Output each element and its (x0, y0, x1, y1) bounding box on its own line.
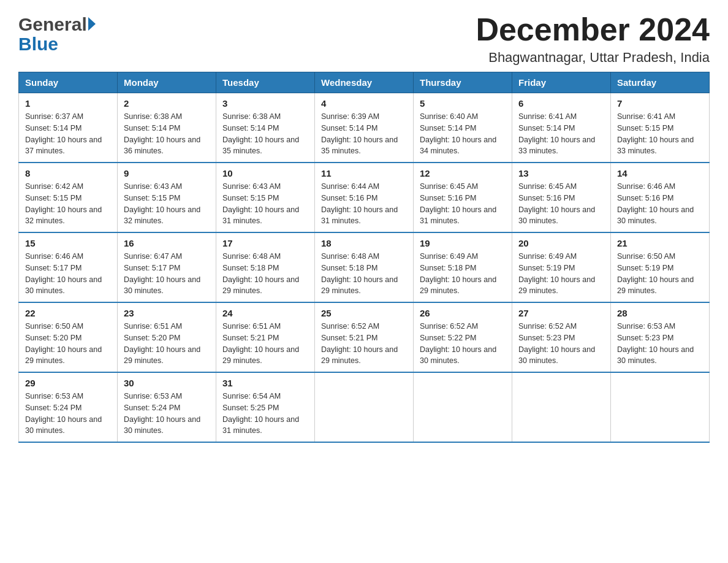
calendar-cell: 30 Sunrise: 6:53 AMSunset: 5:24 PMDaylig… (118, 372, 216, 442)
day-number: 4 (321, 98, 407, 109)
calendar-cell: 12 Sunrise: 6:45 AMSunset: 5:16 PMDaylig… (414, 163, 512, 232)
day-number: 22 (25, 308, 111, 318)
day-detail: Sunrise: 6:52 AMSunset: 5:21 PMDaylight:… (321, 322, 398, 365)
day-detail: Sunrise: 6:48 AMSunset: 5:18 PMDaylight:… (321, 252, 398, 295)
day-detail: Sunrise: 6:43 AMSunset: 5:15 PMDaylight:… (222, 182, 299, 225)
day-detail: Sunrise: 6:51 AMSunset: 5:21 PMDaylight:… (222, 322, 299, 365)
calendar-week-row: 1 Sunrise: 6:37 AMSunset: 5:14 PMDayligh… (19, 93, 710, 163)
title-section: December 2024 Bhagwantnagar, Uttar Prade… (476, 12, 710, 66)
calendar-cell: 5 Sunrise: 6:40 AMSunset: 5:14 PMDayligh… (414, 93, 512, 163)
day-header-tuesday: Tuesday (216, 72, 315, 93)
day-detail: Sunrise: 6:49 AMSunset: 5:18 PMDaylight:… (420, 252, 496, 295)
day-detail: Sunrise: 6:41 AMSunset: 5:15 PMDaylight:… (617, 112, 694, 155)
day-detail: Sunrise: 6:49 AMSunset: 5:19 PMDaylight:… (518, 252, 595, 295)
day-number: 30 (124, 378, 210, 388)
day-number: 15 (25, 238, 111, 248)
calendar-week-row: 8 Sunrise: 6:42 AMSunset: 5:15 PMDayligh… (19, 163, 710, 232)
day-detail: Sunrise: 6:45 AMSunset: 5:16 PMDaylight:… (420, 182, 496, 225)
calendar-cell (611, 372, 710, 442)
day-detail: Sunrise: 6:39 AMSunset: 5:14 PMDaylight:… (321, 112, 398, 155)
calendar-cell: 25 Sunrise: 6:52 AMSunset: 5:21 PMDaylig… (315, 302, 414, 372)
day-header-friday: Friday (512, 72, 611, 93)
calendar-cell: 3 Sunrise: 6:38 AMSunset: 5:14 PMDayligh… (216, 93, 315, 163)
day-header-thursday: Thursday (414, 72, 512, 93)
day-header-monday: Monday (118, 72, 216, 93)
day-detail: Sunrise: 6:53 AMSunset: 5:23 PMDaylight:… (617, 322, 694, 365)
calendar-cell: 27 Sunrise: 6:52 AMSunset: 5:23 PMDaylig… (512, 302, 611, 372)
calendar-cell: 6 Sunrise: 6:41 AMSunset: 5:14 PMDayligh… (512, 93, 611, 163)
day-detail: Sunrise: 6:50 AMSunset: 5:20 PMDaylight:… (25, 322, 102, 365)
calendar-table: SundayMondayTuesdayWednesdayThursdayFrid… (18, 72, 710, 443)
day-number: 29 (25, 378, 111, 388)
calendar-cell: 15 Sunrise: 6:46 AMSunset: 5:17 PMDaylig… (19, 232, 118, 302)
calendar-cell: 20 Sunrise: 6:49 AMSunset: 5:19 PMDaylig… (512, 232, 611, 302)
day-number: 18 (321, 238, 407, 248)
logo-general-text: General (18, 15, 87, 34)
day-number: 3 (222, 98, 308, 109)
calendar-cell: 23 Sunrise: 6:51 AMSunset: 5:20 PMDaylig… (118, 302, 216, 372)
calendar-cell (315, 372, 414, 442)
day-number: 6 (518, 98, 604, 109)
month-title: December 2024 (476, 12, 710, 47)
calendar-cell: 29 Sunrise: 6:53 AMSunset: 5:24 PMDaylig… (19, 372, 118, 442)
day-number: 1 (25, 98, 111, 109)
calendar-cell: 4 Sunrise: 6:39 AMSunset: 5:14 PMDayligh… (315, 93, 414, 163)
day-number: 8 (25, 168, 111, 178)
day-detail: Sunrise: 6:41 AMSunset: 5:14 PMDaylight:… (518, 112, 595, 155)
day-number: 26 (420, 308, 506, 318)
day-detail: Sunrise: 6:50 AMSunset: 5:19 PMDaylight:… (617, 252, 694, 295)
day-number: 14 (617, 168, 703, 178)
calendar-cell: 18 Sunrise: 6:48 AMSunset: 5:18 PMDaylig… (315, 232, 414, 302)
day-number: 2 (124, 98, 210, 109)
day-detail: Sunrise: 6:38 AMSunset: 5:14 PMDaylight:… (222, 112, 299, 155)
calendar-cell: 7 Sunrise: 6:41 AMSunset: 5:15 PMDayligh… (611, 93, 710, 163)
calendar-cell: 2 Sunrise: 6:38 AMSunset: 5:14 PMDayligh… (118, 93, 216, 163)
day-detail: Sunrise: 6:42 AMSunset: 5:15 PMDaylight:… (25, 182, 102, 225)
day-detail: Sunrise: 6:43 AMSunset: 5:15 PMDaylight:… (124, 182, 200, 225)
day-detail: Sunrise: 6:53 AMSunset: 5:24 PMDaylight:… (124, 392, 200, 435)
day-detail: Sunrise: 6:46 AMSunset: 5:17 PMDaylight:… (25, 252, 102, 295)
day-header-saturday: Saturday (611, 72, 710, 93)
day-number: 24 (222, 308, 308, 318)
day-detail: Sunrise: 6:51 AMSunset: 5:20 PMDaylight:… (124, 322, 200, 365)
calendar-cell (414, 372, 512, 442)
calendar-cell: 1 Sunrise: 6:37 AMSunset: 5:14 PMDayligh… (19, 93, 118, 163)
calendar-cell: 26 Sunrise: 6:52 AMSunset: 5:22 PMDaylig… (414, 302, 512, 372)
day-detail: Sunrise: 6:52 AMSunset: 5:23 PMDaylight:… (518, 322, 595, 365)
logo: General Blue (18, 12, 96, 55)
day-number: 7 (617, 98, 703, 109)
day-number: 20 (518, 238, 604, 248)
day-number: 13 (518, 168, 604, 178)
page-header: General Blue December 2024 Bhagwantnagar… (18, 12, 710, 66)
day-number: 9 (124, 168, 210, 178)
calendar-cell: 22 Sunrise: 6:50 AMSunset: 5:20 PMDaylig… (19, 302, 118, 372)
calendar-cell: 10 Sunrise: 6:43 AMSunset: 5:15 PMDaylig… (216, 163, 315, 232)
day-detail: Sunrise: 6:38 AMSunset: 5:14 PMDaylight:… (124, 112, 200, 155)
day-number: 31 (222, 378, 308, 388)
day-number: 10 (222, 168, 308, 178)
day-number: 5 (420, 98, 506, 109)
day-number: 28 (617, 308, 703, 318)
calendar-cell: 9 Sunrise: 6:43 AMSunset: 5:15 PMDayligh… (118, 163, 216, 232)
calendar-week-row: 22 Sunrise: 6:50 AMSunset: 5:20 PMDaylig… (19, 302, 710, 372)
day-header-sunday: Sunday (19, 72, 118, 93)
day-detail: Sunrise: 6:54 AMSunset: 5:25 PMDaylight:… (222, 392, 299, 435)
day-number: 19 (420, 238, 506, 248)
calendar-week-row: 15 Sunrise: 6:46 AMSunset: 5:17 PMDaylig… (19, 232, 710, 302)
calendar-cell: 14 Sunrise: 6:46 AMSunset: 5:16 PMDaylig… (611, 163, 710, 232)
calendar-cell: 31 Sunrise: 6:54 AMSunset: 5:25 PMDaylig… (216, 372, 315, 442)
day-number: 12 (420, 168, 506, 178)
logo-blue-text: Blue (18, 34, 58, 54)
day-detail: Sunrise: 6:45 AMSunset: 5:16 PMDaylight:… (518, 182, 595, 225)
day-detail: Sunrise: 6:53 AMSunset: 5:24 PMDaylight:… (25, 392, 102, 435)
calendar-cell: 19 Sunrise: 6:49 AMSunset: 5:18 PMDaylig… (414, 232, 512, 302)
day-number: 27 (518, 308, 604, 318)
calendar-cell: 24 Sunrise: 6:51 AMSunset: 5:21 PMDaylig… (216, 302, 315, 372)
calendar-cell: 16 Sunrise: 6:47 AMSunset: 5:17 PMDaylig… (118, 232, 216, 302)
day-number: 23 (124, 308, 210, 318)
calendar-cell: 8 Sunrise: 6:42 AMSunset: 5:15 PMDayligh… (19, 163, 118, 232)
day-detail: Sunrise: 6:37 AMSunset: 5:14 PMDaylight:… (25, 112, 102, 155)
calendar-cell: 11 Sunrise: 6:44 AMSunset: 5:16 PMDaylig… (315, 163, 414, 232)
day-detail: Sunrise: 6:52 AMSunset: 5:22 PMDaylight:… (420, 322, 496, 365)
day-number: 25 (321, 308, 407, 318)
